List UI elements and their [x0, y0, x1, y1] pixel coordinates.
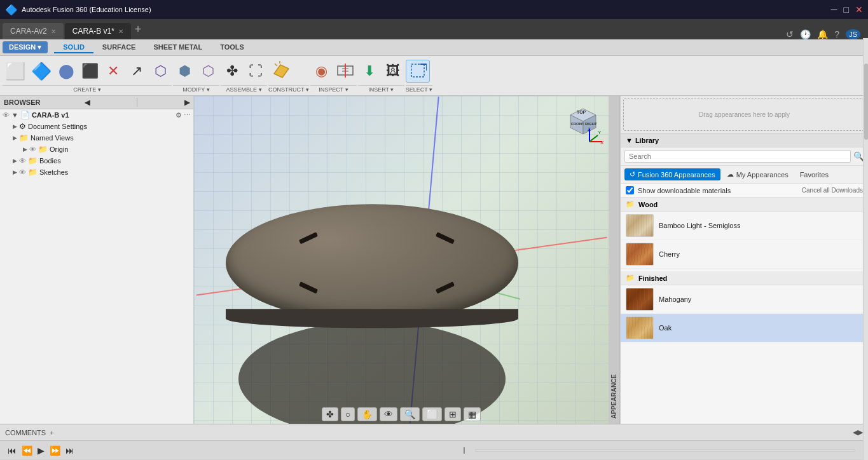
- notifications-icon[interactable]: 🔔: [817, 29, 828, 39]
- browser-item-doc-settings[interactable]: ▶ ⚙ Document Settings: [0, 121, 193, 132]
- select-label[interactable]: SELECT ▾: [406, 85, 432, 94]
- create-sketch-button[interactable]: ⬜: [3, 62, 28, 81]
- modify-fillet-button[interactable]: ⬢: [173, 63, 196, 79]
- new-tab-button[interactable]: +: [135, 23, 142, 36]
- named-views-arrow[interactable]: ▶: [13, 135, 17, 141]
- play-button[interactable]: ▶: [38, 445, 45, 456]
- vp-orbit-button[interactable]: ○: [341, 407, 355, 421]
- create-form-button[interactable]: 🔷: [29, 62, 54, 81]
- add-comment-icon[interactable]: +: [50, 429, 53, 436]
- tab-sheetmetal[interactable]: SHEET METAL: [144, 42, 211, 53]
- origin-visibility-icon[interactable]: 👁: [29, 145, 36, 153]
- root-visibility-icon[interactable]: 👁: [3, 111, 10, 119]
- vp-move-button[interactable]: ✤: [322, 407, 338, 421]
- svg-text:FRONT: FRONT: [571, 122, 584, 126]
- tab-cara-av2[interactable]: CARA-Av2 ✕: [3, 23, 64, 39]
- browser-item-named-views[interactable]: ▶ 📁 Named Views: [0, 132, 193, 144]
- vp-display2-button[interactable]: ⊞: [444, 407, 461, 421]
- inspect-measure-button[interactable]: ◉: [310, 63, 333, 79]
- create-combine-button[interactable]: ⬡: [149, 63, 172, 79]
- user-avatar[interactable]: JS: [846, 29, 860, 39]
- comments-collapse-icon[interactable]: ◀▶: [853, 428, 863, 436]
- create-move-button[interactable]: ↗: [125, 63, 148, 79]
- finished-category-header[interactable]: 📁 Finished: [621, 271, 868, 285]
- material-item-bamboo[interactable]: Bamboo Light - Semigloss: [621, 212, 868, 240]
- insert-mesh-button[interactable]: ⬇: [358, 63, 381, 79]
- vp-pan-button[interactable]: ✋: [357, 407, 377, 421]
- browser-root-item[interactable]: 👁 ▼ 📄 CARA-B v1 ⚙ ⋯: [0, 109, 193, 121]
- search-input[interactable]: [624, 150, 851, 163]
- material-item-oak[interactable]: Oak: [621, 314, 868, 342]
- tab-close-icon[interactable]: ✕: [51, 28, 56, 35]
- vp-display3-button[interactable]: ▦: [464, 407, 481, 421]
- modify-tools: ⬢ ⬡: [173, 57, 219, 85]
- scrollbar-thumb[interactable]: [864, 64, 868, 140]
- vp-display1-button[interactable]: ⬜: [422, 407, 442, 421]
- viewport[interactable]: TOP FRONT RIGHT X Z Y ✤ ○ ✋ 👁: [194, 96, 609, 424]
- bodies-arrow[interactable]: ▶: [13, 158, 17, 164]
- assemble-joint-button[interactable]: ✤: [221, 63, 244, 79]
- step-back-button[interactable]: ⏪: [22, 445, 32, 456]
- inspect-label[interactable]: INSPECT ▾: [310, 85, 357, 94]
- origin-arrow[interactable]: ▶: [23, 146, 27, 152]
- browser-item-sketches[interactable]: ▶ 👁 📁 Sketches: [0, 166, 193, 178]
- cancel-downloads-button[interactable]: Cancel all Downloads: [802, 187, 863, 194]
- modify-shell-button[interactable]: ⬡: [196, 63, 219, 79]
- material-item-cherry[interactable]: Cherry: [621, 240, 868, 269]
- tab-fusion360-appearances[interactable]: ↺ Fusion 360 Appearances: [624, 168, 720, 180]
- refresh-icon[interactable]: ↺: [786, 29, 794, 39]
- minimize-button[interactable]: ─: [831, 4, 837, 15]
- create-label[interactable]: CREATE ▾: [3, 85, 172, 94]
- browser-item-bodies[interactable]: ▶ 👁 📁 Bodies: [0, 155, 193, 166]
- vp-zoom-fit-button[interactable]: 🔍: [400, 407, 420, 421]
- sketches-arrow[interactable]: ▶: [13, 169, 17, 175]
- tab-tools[interactable]: TOOLS: [211, 42, 253, 53]
- create-extrude-button[interactable]: ⬤: [55, 63, 78, 79]
- construct-plane-button[interactable]: [268, 58, 293, 84]
- design-button[interactable]: DESIGN ▾: [3, 41, 48, 53]
- assemble-rigid-button[interactable]: ⛶: [244, 63, 267, 79]
- tab-surface[interactable]: SURFACE: [93, 42, 145, 53]
- insert-label[interactable]: INSERT ▾: [358, 85, 404, 94]
- tab-solid[interactable]: SOLID: [54, 42, 93, 53]
- root-settings-icon[interactable]: ⚙: [176, 111, 182, 119]
- inspect-section-button[interactable]: [334, 62, 357, 80]
- create-revolve-button[interactable]: ⬛: [78, 63, 101, 79]
- assemble-label[interactable]: ASSEMBLE ▾: [221, 85, 267, 94]
- history-icon[interactable]: 🕐: [800, 29, 811, 39]
- browser-expand-icon[interactable]: ▶: [184, 98, 189, 107]
- vp-look-button[interactable]: 👁: [380, 407, 397, 421]
- maximize-button[interactable]: □: [844, 4, 849, 15]
- close-button[interactable]: ✕: [855, 4, 863, 15]
- bodies-visibility-icon[interactable]: 👁: [19, 157, 26, 165]
- select-box-button[interactable]: [406, 60, 430, 83]
- timeline-bar[interactable]: [475, 449, 855, 452]
- sketches-visibility-icon[interactable]: 👁: [19, 168, 26, 176]
- insert-canvas-button[interactable]: 🖼: [382, 63, 404, 79]
- panel-scrollbar[interactable]: [863, 38, 868, 460]
- wood-category-header[interactable]: 📁 Wood: [621, 198, 868, 212]
- material-item-mahogany[interactable]: Mahogany: [621, 285, 868, 314]
- tab-my-appearances[interactable]: ☁ My Appearances: [722, 168, 794, 180]
- show-downloadable-checkbox[interactable]: [626, 186, 634, 194]
- construct-label[interactable]: CONSTRUCT ▾: [268, 85, 309, 94]
- help-icon[interactable]: ?: [834, 29, 839, 39]
- doc-settings-arrow[interactable]: ▶: [13, 123, 17, 130]
- step-forward-button[interactable]: ⏩: [50, 445, 60, 456]
- viewport-toolbar: ✤ ○ ✋ 👁 🔍 ⬜ ⊞ ▦: [194, 405, 609, 424]
- create-delete-button[interactable]: ✕: [102, 63, 125, 79]
- skip-end-button[interactable]: ⏭: [65, 445, 74, 456]
- tab-favorites[interactable]: Favorites: [795, 169, 834, 180]
- tab-cara-bv1[interactable]: CARA-B v1* ✕: [65, 23, 131, 39]
- tab-close-icon[interactable]: ✕: [118, 28, 123, 35]
- view-cube[interactable]: TOP FRONT RIGHT X Z Y: [561, 102, 602, 144]
- modify-label[interactable]: MODIFY ▾: [173, 85, 219, 94]
- bamboo-name: Bamboo Light - Semigloss: [659, 222, 863, 229]
- root-more-icon[interactable]: ⋯: [184, 111, 191, 119]
- skip-start-button[interactable]: ⏮: [8, 445, 17, 456]
- browser-item-origin[interactable]: ▶ 👁 📁 Origin: [0, 144, 193, 155]
- browser-collapse-icon[interactable]: ◀: [85, 98, 90, 107]
- root-expand-icon[interactable]: ▼: [11, 111, 18, 119]
- library-expand-icon[interactable]: ▼: [626, 137, 633, 144]
- appearance-vertical-tab[interactable]: APPEARANCE: [609, 96, 620, 424]
